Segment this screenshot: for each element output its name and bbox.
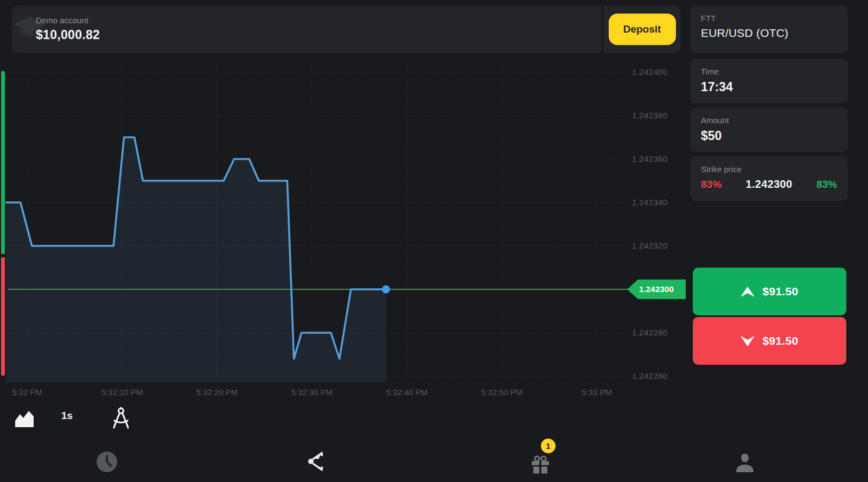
- deposit-section: Deposit: [603, 5, 681, 53]
- buy-payout: $91.50: [762, 285, 798, 298]
- time-label: Time: [701, 67, 837, 76]
- nav-bonus-button[interactable]: [530, 454, 551, 477]
- sell-payout: $91.50: [762, 334, 798, 347]
- symbol-type-label: FTT: [701, 14, 837, 23]
- chart-type-button[interactable]: [14, 410, 35, 430]
- payout-percent-up: 83%: [816, 179, 837, 191]
- drafting-compass-icon: [110, 406, 132, 430]
- price-chart[interactable]: 1.2424001.2423801.2423601.2423401.242320…: [0, 0, 686, 434]
- arrow-up-icon: [741, 287, 755, 297]
- price-tick: 1.242400: [632, 67, 684, 77]
- bonus-count-badge: 1: [541, 439, 556, 453]
- symbol-name: EUR/USD (OTC): [701, 27, 837, 40]
- amount-card[interactable]: Amount $50: [690, 107, 848, 152]
- strike-price-tag: 1.242300: [627, 280, 686, 299]
- nav-profile-button[interactable]: [734, 452, 756, 476]
- account-balance: $10,000.82: [36, 28, 100, 42]
- gift-icon: [530, 454, 551, 475]
- price-tick: 1.242280: [632, 328, 684, 337]
- time-tick: 5:33 PM: [564, 388, 629, 397]
- arrow-down-icon: [741, 336, 755, 346]
- strike-label: Strike price: [701, 164, 837, 174]
- payout-percent-down: 83%: [701, 179, 722, 191]
- below-strike-bar: [1, 257, 5, 376]
- area-chart-icon: [14, 410, 35, 428]
- nav-history-button[interactable]: [95, 451, 118, 475]
- buy-higher-button[interactable]: $91.50: [693, 268, 846, 315]
- strike-price-value: 1.242300: [746, 178, 793, 191]
- time-value: 17:34: [701, 80, 837, 94]
- price-tick: 1.242260: [632, 371, 684, 380]
- expiration-time-card[interactable]: Time 17:34: [690, 59, 848, 103]
- person-icon: [734, 452, 756, 474]
- timeframe-button[interactable]: 1s: [61, 410, 73, 422]
- above-strike-bar: [1, 71, 5, 254]
- sell-lower-button[interactable]: $91.50: [693, 317, 846, 365]
- account-summary[interactable]: Demo account $10,000.82: [12, 5, 601, 53]
- strike-price-card[interactable]: Strike price 83% 1.242300 83%: [690, 156, 848, 201]
- symbol-card[interactable]: FTT EUR/USD (OTC): [690, 5, 848, 53]
- price-tick: 1.242320: [632, 241, 684, 250]
- chart-canvas: [0, 0, 686, 434]
- time-tick: 5:32:40 PM: [374, 388, 439, 397]
- amount-label: Amount: [701, 116, 837, 125]
- nav-trades-button[interactable]: [307, 450, 329, 475]
- time-tick: 5:32:20 PM: [184, 388, 250, 397]
- spread-arrows-icon: [307, 450, 329, 473]
- time-axis: 5:32 PM5:32:10 PM5:32:20 PM5:32:30 PM5:3…: [0, 388, 686, 401]
- clock-icon: [95, 451, 118, 473]
- drawing-tools-button[interactable]: [110, 406, 132, 432]
- amount-value: $50: [701, 129, 837, 143]
- price-tick: 1.242340: [632, 198, 684, 207]
- time-tick: 5:32:50 PM: [469, 388, 534, 397]
- price-tick: 1.242380: [632, 111, 684, 120]
- price-tick: 1.242360: [632, 154, 684, 163]
- time-tick: 5:32 PM: [0, 388, 60, 397]
- top-bar: Demo account $10,000.82 Deposit: [12, 5, 681, 53]
- deposit-button[interactable]: Deposit: [609, 14, 676, 45]
- account-type-label: Demo account: [36, 16, 100, 25]
- time-tick: 5:32:10 PM: [90, 388, 155, 397]
- time-tick: 5:32:30 PM: [279, 388, 344, 397]
